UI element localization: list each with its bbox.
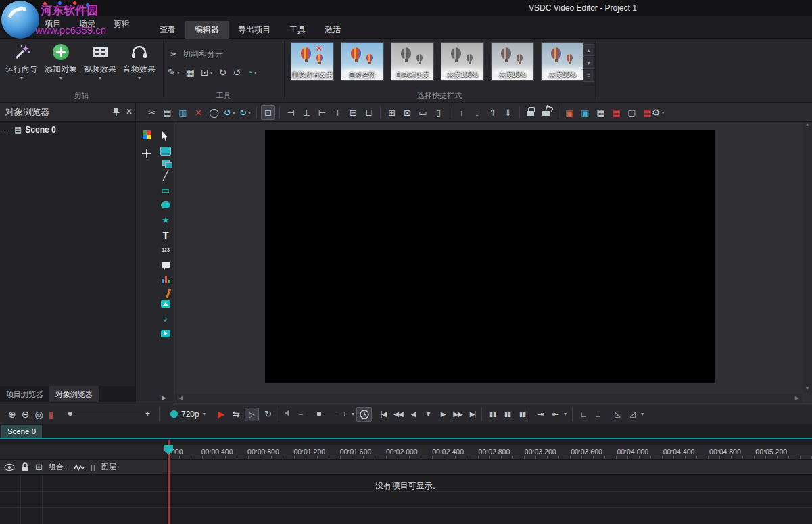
jump-prev-icon[interactable]: ⇤ xyxy=(548,410,563,419)
move-tool-icon[interactable] xyxy=(141,148,152,159)
delete-icon[interactable]: ✕ xyxy=(191,105,206,120)
zoom-slider[interactable] xyxy=(70,414,141,414)
time-display-icon[interactable] xyxy=(356,407,372,422)
align-middle-icon[interactable]: ⊟ xyxy=(346,105,360,120)
cut-icon[interactable]: ✂ xyxy=(145,105,159,120)
crop-icon[interactable]: ⊡ xyxy=(201,67,213,78)
bring-to-front-icon[interactable]: ⇑ xyxy=(485,105,500,120)
waveform-icon[interactable] xyxy=(74,463,85,471)
frame-icon[interactable]: ▯ xyxy=(91,462,95,472)
add-object-button[interactable]: 添加对象 ▾ xyxy=(42,41,80,82)
audio-effects-button[interactable]: 音频效果 ▾ xyxy=(120,41,158,82)
line-tool-icon[interactable]: ╱ xyxy=(158,168,173,183)
volume-minus-icon[interactable]: − xyxy=(298,410,303,419)
video-effects-button[interactable]: 视频效果 ▾ xyxy=(81,41,119,82)
tab-editor[interactable]: 编辑器 xyxy=(185,21,229,39)
style-auto-levels[interactable]: ✕ 自动色阶 xyxy=(341,42,384,81)
ramp-down-icon[interactable]: ◺ xyxy=(610,410,625,419)
text-tool-icon[interactable]: T xyxy=(158,227,173,242)
unlock-icon[interactable] xyxy=(540,105,554,120)
refresh-preview-icon[interactable]: ↻ xyxy=(264,404,272,424)
tab-export[interactable]: 导出项目 xyxy=(229,21,280,39)
align-center-icon[interactable]: ⊥ xyxy=(300,105,314,120)
style-remove-all-effects[interactable]: ✕ 删除所有效果 xyxy=(291,42,334,81)
freeshape-tool-icon[interactable]: ★ xyxy=(158,212,173,227)
audio-tool-icon[interactable]: ♪ xyxy=(158,311,173,326)
volume-slider[interactable] xyxy=(308,414,337,414)
style-gray-100[interactable]: ✕ 灰度100% xyxy=(441,42,484,81)
snap-to-grid-icon[interactable]: ▦ xyxy=(609,105,623,120)
ellipse-tool-icon[interactable] xyxy=(158,197,173,212)
align-right-icon[interactable]: ⊢ xyxy=(315,105,329,120)
copy-icon[interactable]: ▤ xyxy=(160,105,174,120)
move-down-icon[interactable]: ↓ xyxy=(470,105,484,120)
video-tool-icon[interactable] xyxy=(158,326,173,341)
frames-icon[interactable]: ▦ xyxy=(186,67,195,78)
show-bounds-icon[interactable]: ▢ xyxy=(625,105,639,120)
snap-grid-icon[interactable] xyxy=(139,127,154,142)
sprite-tool-icon[interactable] xyxy=(158,143,173,158)
go-to-end-icon[interactable]: ▶| xyxy=(465,410,480,418)
layers-icon[interactable]: ⊞ xyxy=(35,462,43,472)
pointer-tool-icon[interactable] xyxy=(158,128,173,143)
paste-icon[interactable]: ▥ xyxy=(176,105,190,120)
speed-icon[interactable]: ◔ xyxy=(247,67,256,78)
lock-icon[interactable] xyxy=(524,105,538,120)
zoom-slider-handle[interactable] xyxy=(68,412,72,416)
move-up-icon[interactable]: ↑ xyxy=(454,105,469,120)
align-bottom-icon[interactable]: ⊔ xyxy=(362,105,376,120)
step-forward-icon[interactable]: ▶ xyxy=(435,410,450,418)
show-grid-icon[interactable]: ▦ xyxy=(594,105,608,120)
fast-backward-icon[interactable]: ◀◀ xyxy=(391,410,406,418)
go-to-start-icon[interactable]: |◀ xyxy=(376,410,391,418)
split-at-cursor-icon[interactable]: ▮▮ xyxy=(500,411,515,418)
group-objects-icon[interactable]: ▣ xyxy=(563,105,577,120)
run-wizard-button[interactable]: 运行向导 ▾ xyxy=(3,41,41,82)
settings-gear-icon[interactable]: ⚙ xyxy=(652,105,665,120)
fit-range-icon[interactable]: ⇆ xyxy=(233,404,240,424)
scene-tree-item[interactable]: ▤ Scene 0 xyxy=(3,125,56,135)
scroll-right-icon[interactable]: ▶ xyxy=(795,394,799,403)
loop-playback-icon[interactable]: ▷ xyxy=(245,408,259,421)
lock-icon[interactable] xyxy=(21,462,29,471)
send-to-back-icon[interactable]: ⇓ xyxy=(501,105,515,120)
fit-width-icon[interactable]: ▭ xyxy=(416,105,430,120)
zoom-out-icon[interactable]: ⊖ xyxy=(22,409,30,420)
edit-selection-icon[interactable]: ⊡ xyxy=(261,105,275,120)
zoom-in-icon[interactable]: ⊕ xyxy=(8,409,16,420)
zoom-fit-icon[interactable]: ◎ xyxy=(34,409,43,420)
same-width-icon[interactable]: ⊞ xyxy=(385,105,399,120)
scroll-left-icon[interactable]: ◀ xyxy=(178,394,183,403)
group-column-label[interactable]: 组合.. xyxy=(49,462,68,472)
split-at-end-icon[interactable]: ▮▮ xyxy=(515,411,530,418)
gallery-down-icon[interactable]: ▾ xyxy=(583,57,594,69)
rectangle-tool-icon[interactable]: ▭ xyxy=(158,183,173,197)
timeline-scene-tab[interactable]: Scene 0 xyxy=(1,425,42,438)
duplicate-tool-icon[interactable] xyxy=(160,158,171,168)
clear-selection-icon[interactable]: ◯ xyxy=(207,105,221,120)
style-gray-50[interactable]: ✕ 灰度50% xyxy=(541,42,584,81)
fit-height-icon[interactable]: ▯ xyxy=(431,105,446,120)
tab-object-browser[interactable]: 对象浏览器 xyxy=(49,386,99,402)
scroll-up-icon[interactable]: ▲ xyxy=(805,122,810,128)
horizontal-scrollbar[interactable]: ◀ ▶ xyxy=(174,394,802,403)
ramp-up-icon[interactable]: ◿ xyxy=(625,410,640,419)
image-tool-icon[interactable] xyxy=(158,296,173,311)
undo-icon[interactable]: ↺ xyxy=(222,105,237,120)
zoom-plus-icon[interactable]: + xyxy=(145,404,150,424)
tab-project-browser[interactable]: 项目浏览器 xyxy=(0,386,49,402)
tab-activate[interactable]: 激活 xyxy=(315,21,350,39)
gallery-up-icon[interactable]: ▴ xyxy=(583,44,594,56)
align-top-icon[interactable]: ⊤ xyxy=(331,105,345,120)
same-height-icon[interactable]: ⊠ xyxy=(400,105,414,120)
pin-icon[interactable] xyxy=(112,108,120,119)
rotate-ccw-icon[interactable]: ↺ xyxy=(233,67,241,78)
cut-split-button[interactable]: ✂ 切割和分开 xyxy=(170,49,223,60)
chart-tool-icon[interactable] xyxy=(158,272,173,287)
strip-expand-icon[interactable]: ▶ xyxy=(162,394,166,401)
tab-view[interactable]: 查看 xyxy=(150,21,185,39)
record-play-icon[interactable]: ▶ xyxy=(218,404,224,424)
align-left-icon[interactable]: ⊣ xyxy=(284,105,298,120)
snapshot-icon[interactable]: ▮ xyxy=(49,409,54,420)
close-panel-icon[interactable]: ✕ xyxy=(126,103,133,121)
